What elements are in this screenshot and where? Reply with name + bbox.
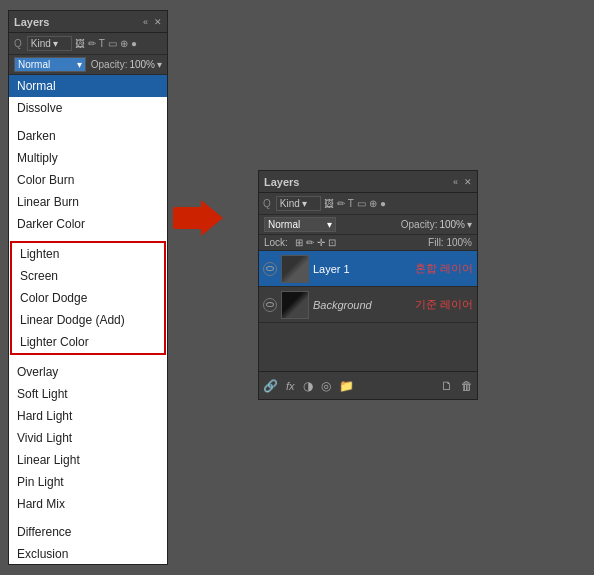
blend-chevron: ▾: [77, 59, 82, 70]
link-icon[interactable]: 🔗: [263, 379, 278, 393]
background-name: Background: [313, 299, 411, 311]
right-opacity-row: Opacity: 100% ▾: [401, 219, 472, 230]
right-bottom-toolbar: 🔗 fx ◑ ◎ 📁 🗋 🗑: [259, 371, 477, 399]
search-q-icon: Q: [14, 38, 22, 49]
right-close-icon[interactable]: ✕: [464, 177, 472, 187]
blend-item-linearburn[interactable]: Linear Burn: [9, 191, 167, 213]
blend-item-lineardodge[interactable]: Linear Dodge (Add): [12, 309, 164, 331]
blend-item-dissolve[interactable]: Dissolve: [9, 97, 167, 119]
blend-item-exclusion[interactable]: Exclusion: [9, 543, 167, 564]
smart-icon[interactable]: ⊕: [120, 38, 128, 49]
blend-item-lighten[interactable]: Lighten: [12, 243, 164, 265]
collapse-icon[interactable]: «: [143, 17, 148, 27]
fx-icon[interactable]: fx: [286, 380, 295, 392]
fill-label: Fill: 100%: [428, 237, 472, 248]
close-icon[interactable]: ✕: [154, 17, 162, 27]
layer-item-layer1[interactable]: Layer 1 혼합 레이어: [259, 251, 477, 287]
blend-item-difference[interactable]: Difference: [9, 521, 167, 543]
blend-item-pinlight[interactable]: Pin Light: [9, 471, 167, 493]
right-shape-icon[interactable]: ▭: [357, 198, 366, 209]
layer1-name: Layer 1: [313, 263, 411, 275]
background-eye-icon: [266, 302, 274, 307]
blend-item-colordodge[interactable]: Color Dodge: [12, 287, 164, 309]
layer-item-background[interactable]: Background 기준 레이어: [259, 287, 477, 323]
blend-item-overlay[interactable]: Overlay: [9, 361, 167, 383]
arrow-body: [173, 207, 201, 229]
layers-list: Layer 1 혼합 레이어 Background 기준 레이어: [259, 251, 477, 371]
trash-icon[interactable]: 🗑: [461, 379, 473, 393]
right-collapse-icon[interactable]: «: [453, 177, 458, 187]
right-kind-dropdown[interactable]: Kind ▾: [276, 196, 321, 211]
blend-item-colorburn[interactable]: Color Burn: [9, 169, 167, 191]
kind-dropdown[interactable]: Kind ▾: [27, 36, 72, 51]
blend-item-screen[interactable]: Screen: [12, 265, 164, 287]
arrow-container: [168, 200, 228, 236]
left-layers-panel: Layers « ✕ Q Kind ▾ 🖼 ✏ T ▭ ⊕ ● Normal ▾…: [8, 10, 168, 565]
right-smart-icon[interactable]: ⊕: [369, 198, 377, 209]
right-brush-icon[interactable]: ✏: [337, 198, 345, 209]
right-blend-bar: Normal ▾ Opacity: 100% ▾: [259, 215, 477, 235]
lock-move-icon[interactable]: ✛: [317, 237, 325, 248]
background-visibility-toggle[interactable]: [263, 298, 277, 312]
arrow-head: [201, 200, 223, 236]
right-panel-titlebar: Layers « ✕: [259, 171, 477, 193]
opacity-chevron: ▾: [157, 59, 162, 70]
adjust-icon[interactable]: ◎: [321, 379, 331, 393]
highlight-group: Lighten Screen Color Dodge Linear Dodge …: [10, 241, 166, 355]
left-panel-titlebar: Layers « ✕: [9, 11, 167, 33]
blend-mode-value: Normal: [18, 59, 50, 70]
blend-mode-bar: Normal ▾ Opacity: 100% ▾: [9, 55, 167, 75]
blend-mode-select[interactable]: Normal ▾: [14, 57, 86, 72]
text-icon[interactable]: T: [99, 38, 105, 49]
opacity-label: Opacity:: [91, 59, 128, 70]
blend-item-vividlight[interactable]: Vivid Light: [9, 427, 167, 449]
layer1-korean-label: 혼합 레이어: [415, 261, 473, 276]
blend-item-lightercolor[interactable]: Lighter Color: [12, 331, 164, 353]
search-bar: Q Kind ▾ 🖼 ✏ T ▭ ⊕ ●: [9, 33, 167, 55]
blend-item-hardlight[interactable]: Hard Light: [9, 405, 167, 427]
right-search-filter-icons: 🖼 ✏ T ▭ ⊕ ●: [324, 198, 386, 209]
right-search-q-icon: Q: [263, 198, 271, 209]
lock-brush-icon[interactable]: ✏: [306, 237, 314, 248]
right-blend-value: Normal: [268, 219, 300, 230]
red-arrow: [173, 200, 223, 236]
image-icon[interactable]: 🖼: [75, 38, 85, 49]
right-circle-icon[interactable]: ●: [380, 198, 386, 209]
right-panel-title: Layers: [264, 176, 299, 188]
shape-icon[interactable]: ▭: [108, 38, 117, 49]
mask-icon[interactable]: ◑: [303, 379, 313, 393]
opacity-value[interactable]: 100%: [129, 59, 155, 70]
circle-icon[interactable]: ●: [131, 38, 137, 49]
blend-item-normal[interactable]: Normal: [9, 75, 167, 97]
blend-item-linearlight[interactable]: Linear Light: [9, 449, 167, 471]
blend-item-softlight[interactable]: Soft Light: [9, 383, 167, 405]
blend-item-multiply[interactable]: Multiply: [9, 147, 167, 169]
right-titlebar-controls: « ✕: [453, 177, 472, 187]
layer1-eye-icon: [266, 266, 274, 271]
blend-item-hardmix[interactable]: Hard Mix: [9, 493, 167, 515]
lock-row: Lock: ⊞ ✏ ✛ ⊡ Fill: 100%: [259, 235, 477, 251]
right-opacity-value[interactable]: 100%: [439, 219, 465, 230]
layer1-visibility-toggle[interactable]: [263, 262, 277, 276]
lock-artboard-icon[interactable]: ⊡: [328, 237, 336, 248]
lock-label: Lock:: [264, 237, 288, 248]
background-korean-label: 기준 레이어: [415, 297, 473, 312]
opacity-row: Opacity: 100% ▾: [91, 59, 162, 70]
fill-row: Fill: 100%: [428, 237, 472, 248]
right-opacity-label: Opacity:: [401, 219, 438, 230]
background-thumbnail: [281, 291, 309, 319]
blend-mode-dropdown-list[interactable]: Normal Dissolve Darken Multiply Color Bu…: [9, 75, 167, 564]
kind-chevron: ▾: [53, 38, 58, 49]
right-image-icon[interactable]: 🖼: [324, 198, 334, 209]
right-search-bar: Q Kind ▾ 🖼 ✏ T ▭ ⊕ ●: [259, 193, 477, 215]
brush-icon[interactable]: ✏: [88, 38, 96, 49]
right-text-icon[interactable]: T: [348, 198, 354, 209]
lock-checkerboard-icon[interactable]: ⊞: [295, 237, 303, 248]
search-filter-icons: 🖼 ✏ T ▭ ⊕ ●: [75, 38, 137, 49]
new-layer-icon[interactable]: 🗋: [441, 379, 453, 393]
blend-item-darken[interactable]: Darken: [9, 125, 167, 147]
blend-item-darkercolor[interactable]: Darker Color: [9, 213, 167, 235]
group-folder-icon[interactable]: 📁: [339, 379, 354, 393]
right-blend-select[interactable]: Normal ▾: [264, 217, 336, 232]
right-opacity-chevron: ▾: [467, 219, 472, 230]
